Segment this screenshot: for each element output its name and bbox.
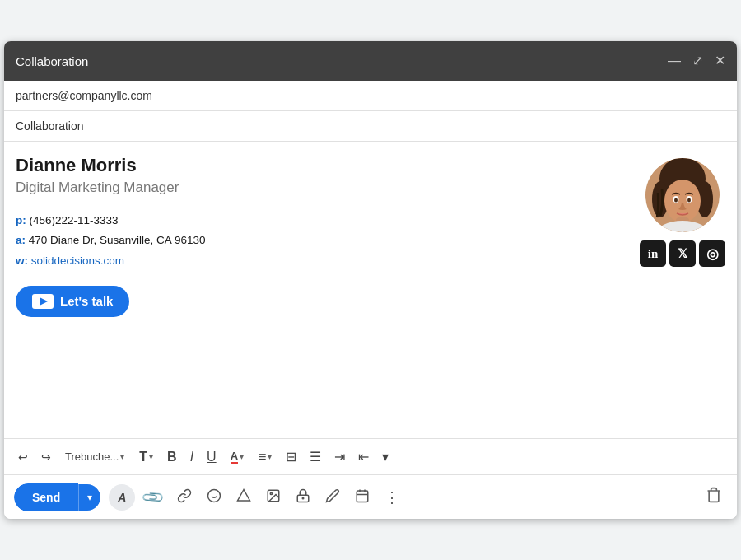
- more-dots-icon: ⋮: [384, 488, 398, 506]
- bulleted-list-icon: ☰: [310, 449, 321, 464]
- font-color-label: A: [231, 450, 238, 464]
- svg-point-10: [687, 198, 691, 203]
- sig-address: a: 470 Diane Dr, Susanville, CA 96130: [16, 231, 623, 250]
- font-family-select[interactable]: Trebuche... ▾: [60, 447, 129, 466]
- instagram-icon[interactable]: ◎: [699, 240, 725, 267]
- numbered-list-icon: ⊟: [286, 449, 296, 464]
- signature-button[interactable]: [319, 483, 346, 511]
- to-field-row: [4, 81, 737, 111]
- minimize-button[interactable]: —: [668, 54, 681, 68]
- signature-left: Dianne Morris Digital Marketing Manager …: [16, 155, 623, 317]
- title-bar: Collaboration — ⤢ ✕: [4, 41, 737, 81]
- trash-icon: [706, 490, 722, 506]
- lets-talk-label: Let's talk: [60, 294, 113, 308]
- send-button-group: Send ▾: [14, 483, 100, 511]
- toolbar-more-icon: ▾: [382, 449, 389, 464]
- outdent-icon: ⇤: [358, 449, 369, 464]
- sig-title: Digital Marketing Manager: [16, 180, 623, 196]
- sig-phone: p: (456)222-11-3333: [16, 211, 623, 231]
- discard-button[interactable]: [701, 482, 727, 512]
- subject-field-row: [4, 111, 737, 142]
- underline-button[interactable]: U: [203, 446, 221, 468]
- phone-value: (456)222-11-3333: [30, 214, 119, 226]
- italic-button[interactable]: I: [186, 446, 198, 468]
- emoji-icon: [207, 488, 221, 506]
- font-size-select[interactable]: T ▾: [134, 446, 158, 468]
- font-color-select[interactable]: A ▾: [226, 446, 249, 468]
- close-button[interactable]: ✕: [715, 54, 725, 68]
- avatar-image: [645, 158, 720, 232]
- lock-icon: [296, 488, 310, 506]
- bottom-action-bar: Send ▾ A 📎: [4, 474, 737, 519]
- schedule-send-button[interactable]: [349, 483, 375, 511]
- font-name-label: Trebuche...: [65, 450, 119, 463]
- bottom-left-actions: Send ▾ A 📎: [14, 483, 404, 511]
- bold-button[interactable]: B: [163, 446, 181, 468]
- align-chevron-icon: ▾: [268, 452, 272, 461]
- svg-point-9: [674, 198, 678, 203]
- compose-window: Collaboration — ⤢ ✕ Dianne Morris Digita…: [4, 41, 737, 519]
- align-icon: ≡: [259, 450, 266, 464]
- body-area[interactable]: Dianne Morris Digital Marketing Manager …: [4, 142, 737, 438]
- formatting-toolbar: ↩ ↪ Trebuche... ▾ T ▾ B I U A ▾ ≡ ▾ ⊟ ☰ …: [4, 438, 737, 474]
- window-title: Collaboration: [16, 54, 88, 68]
- svg-rect-18: [357, 491, 368, 502]
- sig-name: Dianne Morris: [16, 155, 623, 176]
- to-input[interactable]: [16, 89, 725, 102]
- link-icon: [177, 488, 192, 506]
- insert-emoji-button[interactable]: [201, 483, 227, 511]
- insert-photo-button[interactable]: [260, 483, 287, 511]
- pencil-icon: [325, 488, 340, 506]
- fontcolor-chevron-icon: ▾: [240, 452, 244, 461]
- confidential-button[interactable]: [290, 483, 316, 511]
- redo-button[interactable]: ↪: [37, 447, 55, 467]
- subject-input[interactable]: [16, 119, 725, 133]
- signature-card: Dianne Morris Digital Marketing Manager …: [16, 155, 725, 317]
- align-select[interactable]: ≡ ▾: [254, 446, 277, 468]
- more-options-button[interactable]: ⋮: [379, 483, 404, 511]
- photo-icon: [266, 488, 281, 506]
- address-label: a:: [16, 234, 26, 246]
- svg-point-17: [302, 497, 304, 499]
- twitter-x-icon[interactable]: 𝕏: [669, 240, 696, 267]
- insert-drive-button[interactable]: [231, 483, 257, 511]
- avatar: [645, 158, 720, 232]
- insert-link-button[interactable]: [171, 483, 198, 511]
- address-value: 470 Diane Dr, Susanville, CA 96130: [29, 234, 206, 246]
- linkedin-icon[interactable]: in: [640, 240, 666, 267]
- bulleted-list-button[interactable]: ☰: [305, 446, 325, 468]
- website-label: w:: [16, 254, 28, 267]
- fontsize-chevron-icon: ▾: [149, 452, 153, 461]
- indent-button[interactable]: ⇥: [330, 446, 349, 468]
- lets-talk-button[interactable]: Let's talk: [16, 286, 129, 317]
- svg-point-4: [664, 180, 701, 222]
- format-text-button[interactable]: A: [109, 484, 135, 511]
- numbered-list-button[interactable]: ⊟: [282, 446, 301, 468]
- signature-right: in 𝕏 ◎: [640, 155, 725, 317]
- font-chevron-icon: ▾: [120, 452, 124, 461]
- svg-point-15: [270, 492, 272, 494]
- attach-file-button[interactable]: 📎: [138, 483, 168, 511]
- send-button[interactable]: Send: [14, 483, 78, 511]
- attach-icon: 📎: [141, 484, 166, 510]
- phone-label: p:: [16, 214, 26, 226]
- drive-icon: [236, 488, 251, 506]
- maximize-button[interactable]: ⤢: [692, 54, 703, 68]
- calendar-icon: [355, 488, 370, 506]
- format-text-icon-label: A: [118, 491, 126, 504]
- sig-website: w: soliddecisions.com: [16, 251, 623, 271]
- video-icon: [32, 294, 54, 309]
- toolbar-more-button[interactable]: ▾: [378, 446, 393, 468]
- font-size-icon: T: [139, 450, 147, 464]
- social-icons: in 𝕏 ◎: [640, 240, 725, 267]
- send-dropdown-button[interactable]: ▾: [78, 484, 100, 511]
- svg-point-11: [208, 489, 221, 502]
- indent-icon: ⇥: [334, 449, 345, 464]
- undo-button[interactable]: ↩: [14, 447, 32, 467]
- outdent-button[interactable]: ⇤: [354, 446, 373, 468]
- sig-contact: p: (456)222-11-3333 a: 470 Diane Dr, Sus…: [16, 211, 623, 271]
- website-value[interactable]: soliddecisions.com: [31, 254, 124, 267]
- window-controls: — ⤢ ✕: [668, 54, 725, 68]
